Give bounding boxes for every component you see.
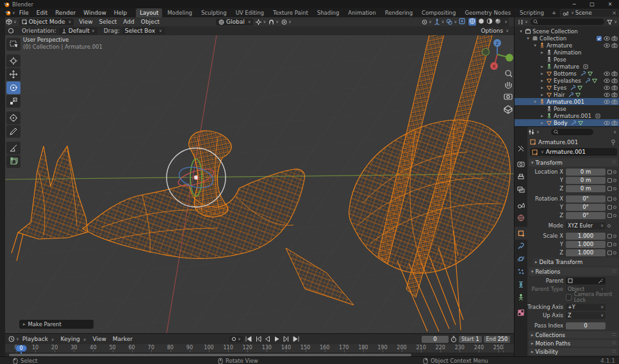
y-field[interactable]: 1.000 [566, 241, 606, 248]
collections-panel-header[interactable]: ▸Collections ∷ [529, 331, 618, 338]
workspace-tab-shading[interactable]: Shading [313, 8, 343, 17]
shading-rendered-button[interactable] [495, 18, 501, 26]
disclosure-arrow[interactable]: ▸ [540, 71, 545, 76]
disclosure-arrow[interactable]: ▸ [540, 64, 545, 69]
animate-dot-icon[interactable] [613, 243, 616, 246]
animate-dot-icon[interactable] [613, 179, 616, 182]
z-field[interactable]: 1.000 [566, 249, 606, 256]
eye-toggle[interactable] [604, 42, 610, 49]
viewport-3d[interactable]: Z X User Perspective (0) Collection | Ar… [0, 35, 514, 333]
mode-dropdown[interactable]: Object Mode ∨ [19, 19, 74, 26]
eye-toggle[interactable] [604, 85, 610, 91]
camera-parent-lock-checkbox[interactable] [566, 294, 572, 301]
pan-button[interactable] [506, 82, 511, 88]
delta-transform-subpanel[interactable]: ▸ Delta Transform [532, 258, 618, 266]
outliner-row[interactable]: Pose [515, 56, 619, 63]
workspace-tab-rendering[interactable]: Rendering [381, 8, 417, 17]
disclosure-arrow[interactable]: ▾ [518, 29, 524, 34]
overlays-toggle[interactable]: ∨ [446, 19, 457, 25]
timeline-ruler[interactable]: 0 0 10 20 30 40 50 60 70 80 90 100 110 1… [5, 344, 514, 352]
workspace-tab-texture-paint[interactable]: Texture Paint [269, 8, 312, 17]
z-field[interactable]: 0 m [566, 185, 606, 192]
gizmos-toggle[interactable]: ∨ [434, 19, 445, 25]
camera-view-button[interactable] [504, 94, 512, 99]
outliner-row[interactable]: ▸ Animation [515, 49, 619, 56]
disclosure-arrow[interactable]: ▸ [540, 120, 545, 126]
jump-to-start-button[interactable] [244, 335, 252, 343]
prev-keyframe-button[interactable] [254, 335, 262, 343]
close-button[interactable]: × [601, 0, 619, 8]
shading-wireframe-button[interactable] [468, 18, 476, 26]
xray-toggle[interactable] [459, 18, 465, 26]
camera-toggle[interactable] [611, 99, 618, 105]
disclosure-arrow[interactable]: ▾ [525, 36, 531, 41]
animate-dot-icon[interactable] [613, 251, 616, 254]
outliner-row[interactable]: ▸ Bottoms [515, 70, 619, 77]
current-frame-field[interactable]: 0 [422, 336, 449, 343]
show-gizmo-dropdown[interactable]: ∨ [422, 19, 432, 25]
timeline-menu-playback[interactable]: Playback ∨ [19, 336, 58, 342]
properties-tab-tool[interactable] [515, 142, 527, 155]
motion-paths-panel-header[interactable]: ▸Motion Paths ∷ [529, 340, 618, 347]
workspace-tab-layout[interactable]: Layout [136, 8, 162, 17]
relations-panel-header[interactable]: ▾ Relations ∷ [529, 267, 618, 276]
jump-to-end-button[interactable] [292, 335, 301, 343]
editor-type-button[interactable]: ∨ [6, 19, 17, 25]
eye-toggle[interactable] [604, 78, 610, 84]
properties-tab-output[interactable] [515, 170, 527, 183]
location-x-field[interactable]: 0 m [566, 169, 606, 176]
camera-toggle[interactable] [611, 120, 618, 126]
unlink-scene-icon[interactable]: × [612, 10, 616, 16]
lock-icon[interactable] [607, 197, 612, 201]
timeline-menu-view[interactable]: View [89, 336, 109, 342]
disclosure-arrow[interactable]: ▾ [532, 99, 538, 104]
eye-toggle[interactable] [604, 99, 610, 105]
lock-icon[interactable] [607, 242, 612, 247]
outliner-row[interactable]: ▸ Body [515, 119, 619, 126]
outliner-row[interactable]: ▸ Hair [515, 91, 619, 98]
properties-tab-object[interactable] [515, 227, 527, 240]
properties-tab-physics[interactable] [515, 252, 527, 265]
animate-dot-icon[interactable] [613, 187, 616, 190]
shading-dropdown[interactable]: ∨ [504, 19, 508, 24]
outliner-row[interactable]: Pose [515, 105, 619, 112]
properties-tab-modifiers[interactable] [515, 240, 527, 252]
viewport-menu-view[interactable]: View [76, 19, 95, 25]
add-workspace-button[interactable]: + [548, 8, 560, 17]
workspace-tab-compositing[interactable]: Compositing [418, 8, 459, 17]
lock-icon[interactable] [607, 251, 612, 255]
eye-toggle[interactable] [604, 92, 610, 98]
next-keyframe-button[interactable] [283, 335, 291, 343]
lock-icon[interactable] [607, 186, 612, 191]
workspace-tab-uv-editing[interactable]: UV Editing [232, 8, 268, 17]
parent-object-field[interactable] [566, 277, 606, 285]
pivot-point-dropdown[interactable]: ∨ [256, 19, 266, 25]
up-axis-dropdown[interactable]: Z ∨ [566, 312, 606, 319]
menu-file[interactable]: File [15, 8, 33, 17]
shading-solid-button[interactable] [478, 18, 484, 26]
lock-icon[interactable] [607, 178, 612, 183]
tool-scale-button[interactable] [6, 95, 21, 108]
y-field[interactable]: 0° [566, 204, 606, 211]
eye-toggle[interactable] [604, 120, 610, 126]
perspective-toggle-button[interactable] [504, 106, 512, 113]
drag-dropdown[interactable]: Select Box ∨ [122, 28, 165, 35]
outliner-display-mode[interactable]: ∨ [518, 19, 528, 25]
lock-icon[interactable] [607, 170, 612, 174]
pin-icon[interactable] [611, 139, 616, 145]
stopwatch-icon[interactable] [450, 336, 457, 343]
lock-icon[interactable] [607, 213, 612, 218]
camera-toggle[interactable] [611, 78, 618, 84]
mode-dropdown[interactable]: XYZ Euler∨ [566, 222, 606, 229]
object-name-field[interactable]: ∨ Armature.001 [530, 148, 617, 156]
camera-toggle[interactable] [611, 85, 618, 91]
timeline-scrollbar[interactable] [9, 354, 411, 356]
properties-search-input[interactable] [551, 129, 593, 135]
start-frame-field[interactable]: Start 1 [459, 336, 482, 343]
outliner-row[interactable]: ▾ Scene Collection [515, 28, 619, 35]
visibility-panel-header[interactable]: ▸Visibility ∷ [529, 348, 618, 355]
outliner-row[interactable]: ▸ Eyelashes [515, 77, 619, 84]
disclosure-arrow[interactable]: ▸ [540, 92, 545, 97]
orientation-dropdown[interactable]: Default ∨ [59, 28, 97, 35]
z-field[interactable]: 0° [566, 212, 606, 219]
